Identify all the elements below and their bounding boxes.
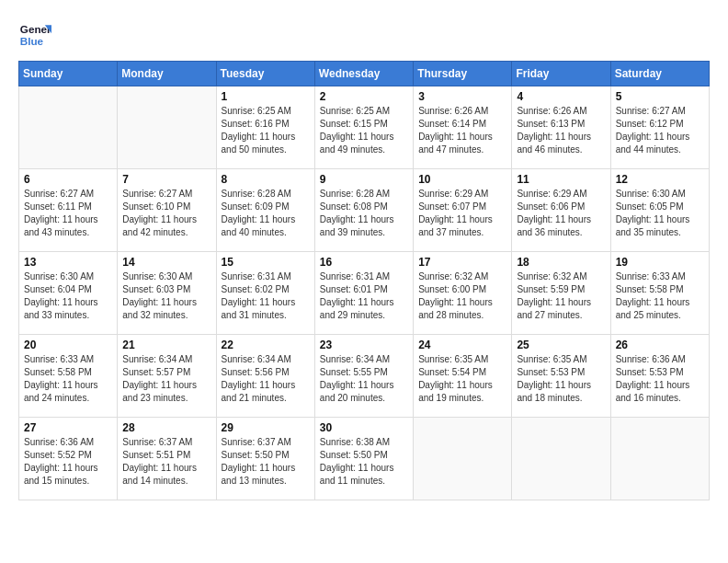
calendar-week-row: 13Sunrise: 6:30 AM Sunset: 6:04 PM Dayli… [19, 252, 710, 335]
day-info: Sunrise: 6:25 AM Sunset: 6:16 PM Dayligh… [222, 105, 310, 156]
weekday-header-row: SundayMondayTuesdayWednesdayThursdayFrid… [19, 62, 710, 86]
calendar-cell: 24Sunrise: 6:35 AM Sunset: 5:54 PM Dayli… [414, 335, 512, 418]
calendar-cell: 23Sunrise: 6:34 AM Sunset: 5:55 PM Dayli… [314, 335, 413, 418]
day-info: Sunrise: 6:35 AM Sunset: 5:53 PM Dayligh… [517, 353, 605, 405]
day-info: Sunrise: 6:25 AM Sunset: 6:15 PM Dayligh… [320, 105, 408, 156]
calendar-cell: 3Sunrise: 6:26 AM Sunset: 6:14 PM Daylig… [414, 86, 512, 169]
calendar-week-row: 6Sunrise: 6:27 AM Sunset: 6:11 PM Daylig… [19, 169, 710, 252]
day-info: Sunrise: 6:31 AM Sunset: 6:01 PM Dayligh… [320, 270, 408, 322]
day-info: Sunrise: 6:29 AM Sunset: 6:06 PM Dayligh… [517, 188, 605, 239]
day-number: 4 [517, 90, 605, 103]
day-info: Sunrise: 6:34 AM Sunset: 5:56 PM Dayligh… [222, 353, 310, 405]
calendar-cell: 11Sunrise: 6:29 AM Sunset: 6:06 PM Dayli… [512, 169, 610, 252]
calendar-cell: 28Sunrise: 6:37 AM Sunset: 5:51 PM Dayli… [118, 418, 216, 500]
calendar-cell: 2Sunrise: 6:25 AM Sunset: 6:15 PM Daylig… [314, 86, 413, 169]
calendar-cell: 5Sunrise: 6:27 AM Sunset: 6:12 PM Daylig… [610, 86, 709, 169]
calendar-cell [19, 86, 118, 169]
day-info: Sunrise: 6:26 AM Sunset: 6:13 PM Dayligh… [517, 105, 605, 156]
day-info: Sunrise: 6:37 AM Sunset: 5:50 PM Dayligh… [222, 436, 310, 488]
day-number: 27 [24, 421, 112, 434]
calendar-cell [610, 418, 709, 500]
calendar-cell: 20Sunrise: 6:33 AM Sunset: 5:58 PM Dayli… [19, 335, 118, 418]
day-number: 19 [616, 256, 704, 269]
weekday-header-friday: Friday [512, 62, 610, 86]
logo-icon: General Blue [18, 18, 51, 52]
day-number: 8 [222, 173, 310, 186]
calendar-cell: 29Sunrise: 6:37 AM Sunset: 5:50 PM Dayli… [216, 418, 314, 500]
calendar-table: SundayMondayTuesdayWednesdayThursdayFrid… [18, 61, 710, 500]
day-info: Sunrise: 6:34 AM Sunset: 5:57 PM Dayligh… [122, 353, 210, 405]
calendar-cell: 16Sunrise: 6:31 AM Sunset: 6:01 PM Dayli… [314, 252, 413, 335]
calendar-cell: 19Sunrise: 6:33 AM Sunset: 5:58 PM Dayli… [610, 252, 709, 335]
calendar-cell: 26Sunrise: 6:36 AM Sunset: 5:53 PM Dayli… [610, 335, 709, 418]
day-number: 13 [24, 256, 112, 269]
calendar-cell: 18Sunrise: 6:32 AM Sunset: 5:59 PM Dayli… [512, 252, 610, 335]
calendar-cell: 9Sunrise: 6:28 AM Sunset: 6:08 PM Daylig… [314, 169, 413, 252]
calendar-cell: 7Sunrise: 6:27 AM Sunset: 6:10 PM Daylig… [118, 169, 216, 252]
day-info: Sunrise: 6:27 AM Sunset: 6:11 PM Dayligh… [24, 188, 112, 239]
day-info: Sunrise: 6:38 AM Sunset: 5:50 PM Dayligh… [320, 436, 408, 488]
calendar-cell: 1Sunrise: 6:25 AM Sunset: 6:16 PM Daylig… [216, 86, 314, 169]
logo: General Blue [18, 18, 51, 52]
day-number: 6 [24, 173, 112, 186]
calendar-cell: 13Sunrise: 6:30 AM Sunset: 6:04 PM Dayli… [19, 252, 118, 335]
day-number: 18 [517, 256, 605, 269]
day-number: 5 [616, 90, 704, 103]
day-number: 10 [418, 173, 506, 186]
day-info: Sunrise: 6:26 AM Sunset: 6:14 PM Dayligh… [418, 105, 506, 156]
day-number: 25 [517, 339, 605, 351]
calendar-cell: 27Sunrise: 6:36 AM Sunset: 5:52 PM Dayli… [19, 418, 118, 500]
day-info: Sunrise: 6:30 AM Sunset: 6:03 PM Dayligh… [122, 270, 210, 322]
day-info: Sunrise: 6:35 AM Sunset: 5:54 PM Dayligh… [418, 353, 506, 405]
day-number: 23 [320, 339, 408, 351]
day-number: 28 [122, 421, 210, 434]
day-number: 24 [418, 339, 506, 351]
calendar-cell: 8Sunrise: 6:28 AM Sunset: 6:09 PM Daylig… [216, 169, 314, 252]
calendar-cell: 14Sunrise: 6:30 AM Sunset: 6:03 PM Dayli… [118, 252, 216, 335]
day-info: Sunrise: 6:36 AM Sunset: 5:53 PM Dayligh… [616, 353, 704, 405]
day-info: Sunrise: 6:33 AM Sunset: 5:58 PM Dayligh… [616, 270, 704, 322]
day-info: Sunrise: 6:30 AM Sunset: 6:05 PM Dayligh… [616, 188, 704, 239]
day-number: 29 [222, 421, 310, 434]
calendar-cell: 25Sunrise: 6:35 AM Sunset: 5:53 PM Dayli… [512, 335, 610, 418]
calendar-cell: 30Sunrise: 6:38 AM Sunset: 5:50 PM Dayli… [314, 418, 413, 500]
calendar-week-row: 27Sunrise: 6:36 AM Sunset: 5:52 PM Dayli… [19, 418, 710, 500]
calendar-cell: 22Sunrise: 6:34 AM Sunset: 5:56 PM Dayli… [216, 335, 314, 418]
day-number: 16 [320, 256, 408, 269]
calendar-cell: 15Sunrise: 6:31 AM Sunset: 6:02 PM Dayli… [216, 252, 314, 335]
day-info: Sunrise: 6:32 AM Sunset: 5:59 PM Dayligh… [517, 270, 605, 322]
page-header: General Blue [18, 18, 710, 52]
day-number: 15 [222, 256, 310, 269]
weekday-header-tuesday: Tuesday [216, 62, 314, 86]
calendar-cell [512, 418, 610, 500]
day-info: Sunrise: 6:34 AM Sunset: 5:55 PM Dayligh… [320, 353, 408, 405]
calendar-cell: 4Sunrise: 6:26 AM Sunset: 6:13 PM Daylig… [512, 86, 610, 169]
svg-text:General: General [20, 23, 51, 35]
calendar-cell: 6Sunrise: 6:27 AM Sunset: 6:11 PM Daylig… [19, 169, 118, 252]
calendar-cell: 10Sunrise: 6:29 AM Sunset: 6:07 PM Dayli… [414, 169, 512, 252]
day-info: Sunrise: 6:27 AM Sunset: 6:10 PM Dayligh… [122, 188, 210, 239]
weekday-header-saturday: Saturday [610, 62, 709, 86]
day-number: 26 [616, 339, 704, 351]
day-info: Sunrise: 6:28 AM Sunset: 6:09 PM Dayligh… [222, 188, 310, 239]
weekday-header-wednesday: Wednesday [314, 62, 413, 86]
calendar-cell: 17Sunrise: 6:32 AM Sunset: 6:00 PM Dayli… [414, 252, 512, 335]
day-info: Sunrise: 6:27 AM Sunset: 6:12 PM Dayligh… [616, 105, 704, 156]
day-number: 7 [122, 173, 210, 186]
day-number: 2 [320, 90, 408, 103]
day-number: 14 [122, 256, 210, 269]
day-info: Sunrise: 6:33 AM Sunset: 5:58 PM Dayligh… [24, 353, 112, 405]
day-info: Sunrise: 6:36 AM Sunset: 5:52 PM Dayligh… [24, 436, 112, 488]
calendar-week-row: 20Sunrise: 6:33 AM Sunset: 5:58 PM Dayli… [19, 335, 710, 418]
day-number: 1 [222, 90, 310, 103]
weekday-header-sunday: Sunday [19, 62, 118, 86]
day-number: 22 [222, 339, 310, 351]
day-info: Sunrise: 6:30 AM Sunset: 6:04 PM Dayligh… [24, 270, 112, 322]
day-info: Sunrise: 6:31 AM Sunset: 6:02 PM Dayligh… [222, 270, 310, 322]
day-number: 12 [616, 173, 704, 186]
day-info: Sunrise: 6:28 AM Sunset: 6:08 PM Dayligh… [320, 188, 408, 239]
calendar-cell [414, 418, 512, 500]
weekday-header-monday: Monday [118, 62, 216, 86]
day-number: 30 [320, 421, 408, 434]
day-number: 17 [418, 256, 506, 269]
